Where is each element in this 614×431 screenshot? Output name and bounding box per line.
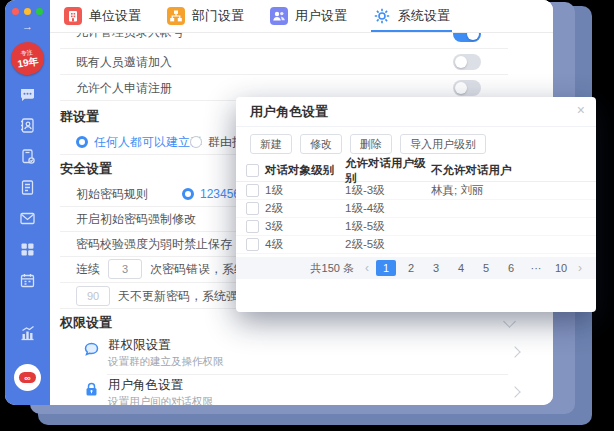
app-sidebar: → 专注 19年 <box>5 0 50 405</box>
setting-label: 初始密码规则 <box>76 186 148 203</box>
role-table: 对话对象级别 允许对话用户级别 不允许对话用户 1级 1级-3级 林真; 刘丽 … <box>236 160 596 254</box>
setting-label: 密码校验强度为弱时禁止保存 <box>76 236 232 253</box>
tab-user-settings[interactable]: 用户设置 <box>270 0 347 32</box>
delete-button[interactable]: 删除 <box>350 134 392 154</box>
total-count: 共150 条 <box>311 261 354 276</box>
chat-icon[interactable] <box>19 86 36 103</box>
row-checkbox[interactable] <box>246 184 259 197</box>
user-role-dialog: 用户角色设置 × 新建 修改 删除 导入用户级别 对话对象级别 允许对话用户级别… <box>236 97 596 312</box>
table-header-row: 对话对象级别 允许对话用户级别 不允许对话用户 <box>236 160 596 182</box>
apps-grid-icon[interactable] <box>19 241 36 258</box>
document-icon[interactable] <box>19 179 36 196</box>
tab-label: 单位设置 <box>89 7 141 25</box>
setting-label: 开启初始密码强制修改 <box>76 211 196 228</box>
new-button[interactable]: 新建 <box>250 134 292 154</box>
tab-label: 用户设置 <box>295 7 347 25</box>
setting-row-weak-block: 密码校验强度为弱时禁止保存 <box>76 234 232 254</box>
row-checkbox[interactable] <box>246 220 259 233</box>
radio-assigned-create-group[interactable] <box>190 136 202 148</box>
row-checkbox[interactable] <box>246 202 259 215</box>
edit-button[interactable]: 修改 <box>300 134 342 154</box>
page-button-4[interactable]: 4 <box>451 260 471 276</box>
minimize-window-button[interactable] <box>24 8 31 15</box>
divider <box>60 74 508 75</box>
chevron-down-icon[interactable] <box>503 315 516 328</box>
building-icon <box>64 7 82 25</box>
setting-row-force-change: 开启初始密码强制修改 <box>76 209 196 229</box>
prev-page-icon[interactable]: ‹ <box>363 261 371 275</box>
lock-attempts-input[interactable] <box>108 259 142 279</box>
chart-icon[interactable] <box>19 325 36 342</box>
perm-item-title: 用户角色设置 <box>108 378 213 393</box>
next-page-icon[interactable]: › <box>576 261 584 275</box>
section-title-permissions: 权限设置 <box>60 314 112 332</box>
chevron-right-icon[interactable] <box>509 346 520 357</box>
perm-item-subtitle: 设置群的建立及操作权限 <box>108 355 224 368</box>
dialog-header: 用户角色设置 × <box>236 97 596 127</box>
page-button-10[interactable]: 10 <box>551 260 571 276</box>
password-rule-value: 123456 <box>200 187 240 201</box>
select-all-checkbox[interactable] <box>246 164 259 177</box>
table-row[interactable]: 4级 2级-5级 <box>236 236 596 254</box>
setting-row-self-register: 允许个人申请注册 <box>76 76 172 100</box>
tab-unit-settings[interactable]: 单位设置 <box>64 0 141 32</box>
gear-icon <box>373 7 391 25</box>
page-button-5[interactable]: 5 <box>476 260 496 276</box>
setting-label: 允许个人申请注册 <box>76 80 172 97</box>
tab-system-settings[interactable]: 系统设置 <box>373 0 450 32</box>
top-tab-bar: 单位设置 部门设置 用户设置 <box>50 0 553 33</box>
tab-label: 部门设置 <box>192 7 244 25</box>
page-button-2[interactable]: 2 <box>401 260 421 276</box>
forward-arrow-icon[interactable]: → <box>5 21 50 32</box>
contacts-icon[interactable] <box>19 117 36 134</box>
close-window-button[interactable] <box>12 8 19 15</box>
page-ellipsis[interactable]: ··· <box>526 260 546 276</box>
app-canvas: → 专注 19年 <box>0 0 614 431</box>
radio-anyone-create-group[interactable] <box>76 136 88 148</box>
radio-label-anyone: 任何人都可以建立群 <box>94 134 202 151</box>
perm-item-subtitle: 设置用户间的对话权限 <box>108 395 213 405</box>
promo-badge-19years: 专注 19年 <box>9 40 46 77</box>
col-header-deny: 不允许对话用户 <box>431 163 596 178</box>
section-title-security: 安全设置 <box>60 160 112 178</box>
device-approval-icon[interactable] <box>19 148 36 165</box>
page-button-3[interactable]: 3 <box>426 260 446 276</box>
chat-bubble-icon <box>83 341 100 358</box>
brand-logo: ∞ <box>14 364 41 391</box>
password-expire-days-input[interactable] <box>76 286 110 306</box>
perm-row-group-permission[interactable]: 群权限设置 设置群的建立及操作权限 <box>83 338 503 368</box>
lock-prefix: 连续 <box>76 261 100 278</box>
tab-label: 系统设置 <box>398 7 450 25</box>
mail-icon[interactable] <box>19 210 36 227</box>
perm-item-title: 群权限设置 <box>108 338 224 353</box>
import-levels-button[interactable]: 导入用户级别 <box>400 134 486 154</box>
radio-password-rule[interactable] <box>182 188 194 200</box>
setting-row-initial-password: 初始密码规则 123456 <box>76 184 240 204</box>
zoom-window-button[interactable] <box>36 8 43 15</box>
divider <box>60 48 508 49</box>
group-create-options: 任何人都可以建立群 <box>76 132 202 152</box>
table-row[interactable]: 2级 1级-4级 <box>236 200 596 218</box>
lock-icon <box>83 381 100 398</box>
col-header-allow: 允许对话用户级别 <box>345 156 431 186</box>
row-checkbox[interactable] <box>246 238 259 251</box>
chevron-right-icon[interactable] <box>509 386 520 397</box>
page-button-1[interactable]: 1 <box>376 260 396 276</box>
dialog-title: 用户角色设置 <box>250 103 328 121</box>
divider <box>107 374 508 375</box>
col-header-level: 对话对象级别 <box>265 163 345 178</box>
close-icon[interactable]: × <box>577 103 585 117</box>
org-chart-icon <box>167 7 185 25</box>
window-controls <box>12 8 43 15</box>
perm-row-user-role[interactable]: 用户角色设置 设置用户间的对话权限 <box>83 378 503 405</box>
setting-label: 既有人员邀请加入 <box>76 54 172 71</box>
page-button-6[interactable]: 6 <box>501 260 521 276</box>
table-row[interactable]: 1级 1级-3级 林真; 刘丽 <box>236 182 596 200</box>
pagination-bar: 共150 条 ‹ 1 2 3 4 5 6 ··· 10 › <box>236 257 596 279</box>
calendar-icon[interactable] <box>19 272 36 289</box>
toggle-self-register[interactable] <box>453 80 481 96</box>
section-title-group: 群设置 <box>60 108 99 126</box>
tab-department-settings[interactable]: 部门设置 <box>167 0 244 32</box>
toggle-invite-join[interactable] <box>453 54 481 70</box>
table-row[interactable]: 3级 1级-5级 <box>236 218 596 236</box>
